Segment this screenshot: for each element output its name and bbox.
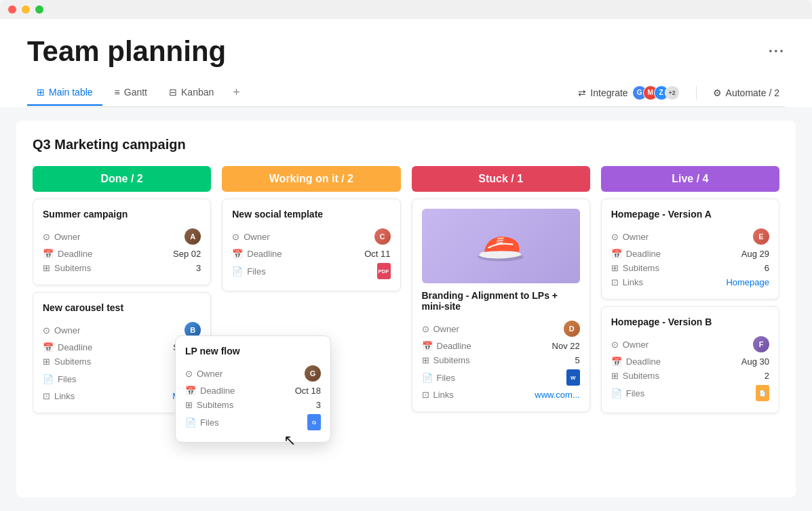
integration-icons: G M Z +2 <box>632 85 680 100</box>
card-homepage-a[interactable]: Homepage - Version A ⊙ Owner E 📅 Dead <box>601 199 779 300</box>
card-branding[interactable]: Branding - Alignment to LPs + mini-site … <box>412 199 590 412</box>
links-value[interactable]: www.com... <box>535 390 579 400</box>
calendar-icon: 📅 <box>611 249 622 259</box>
card-field-owner: ⊙ Owner D <box>422 319 580 339</box>
tab-gantt-label: Gantt <box>124 87 147 98</box>
shoe-illustration-svg <box>473 226 528 266</box>
calendar-icon: 📅 <box>422 341 433 351</box>
tab-main-table-label: Main table <box>49 87 93 98</box>
popup-field-subitems: ⊞ Subitems 3 <box>185 398 321 412</box>
person-icon: ⊙ <box>232 232 239 242</box>
board-container: Q3 Marketing campaign Done / 2 Summer ca… <box>16 121 796 497</box>
file-attachment-doc: G <box>307 414 321 430</box>
subitems-icon: ⊞ <box>43 263 50 273</box>
links-value[interactable]: Homepage <box>726 277 769 287</box>
card-field-deadline: 📅 Deadline Aug 29 <box>611 247 769 261</box>
column-live-header: Live / 4 <box>601 166 779 192</box>
subitems-label: ⊞ Subitems <box>422 355 470 365</box>
card-field-owner: ⊙ Owner F <box>611 334 769 354</box>
tab-main-table[interactable]: ⊞ Main table <box>27 80 102 106</box>
links-label: ⊡ Links <box>43 391 75 401</box>
card-field-deadline: 📅 Deadline Aug 30 <box>611 354 769 369</box>
kanban-icon: ⊟ <box>169 87 177 98</box>
card-field-subitems: ⊞ Subitems 2 <box>611 369 769 383</box>
plus2-icon: +2 <box>665 85 680 100</box>
main-content: Q3 Marketing campaign Done / 2 Summer ca… <box>0 107 812 511</box>
person-icon: ⊙ <box>611 340 619 350</box>
subitems-label: ⊞ Subitems <box>185 400 233 410</box>
columns-wrapper: Done / 2 Summer campaign ⊙ Owner A <box>33 166 779 476</box>
card-field-links: ⊡ Links www.com... <box>422 388 580 402</box>
add-tab-button[interactable]: + <box>226 79 247 106</box>
person-icon: ⊙ <box>43 232 50 242</box>
card-field-deadline: 📅 Deadline Nov 22 <box>422 339 580 353</box>
column-stuck: Stuck / 1 <box>412 166 590 476</box>
avatar: F <box>753 336 769 352</box>
minimize-button[interactable] <box>22 5 30 14</box>
automate-button[interactable]: ⚙ Automate / 2 <box>708 83 785 102</box>
card-field-owner: ⊙ Owner E <box>611 226 769 247</box>
files-label: 📄 Files <box>422 373 455 383</box>
popup-field-owner: ⊙ Owner G <box>185 363 321 384</box>
close-button[interactable] <box>8 5 16 14</box>
subitems-icon: ⊞ <box>422 355 429 365</box>
integrate-label: Integrate <box>590 87 627 98</box>
card-field-files: 📄 Files 📄 <box>611 383 769 403</box>
popup-card-lp-new-flow[interactable]: LP new flow ⊙ Owner G 📅 Deadline O <box>175 335 331 443</box>
avatar: D <box>564 321 580 337</box>
titlebar <box>0 0 812 19</box>
popup-field-deadline: 📅 Deadline Oct 18 <box>185 384 321 398</box>
deadline-value: Oct 18 <box>295 386 321 396</box>
card-field-deadline: 📅 Deadline Oct 11 <box>232 247 390 261</box>
maximize-button[interactable] <box>35 5 43 14</box>
avatar: A <box>185 228 201 245</box>
integrate-button[interactable]: ⇄ Integrate G M Z +2 <box>573 81 684 104</box>
avatar: C <box>374 228 391 245</box>
card-summer-campaign[interactable]: Summer campaign ⊙ Owner A 📅 Deadline <box>33 199 211 285</box>
tabs-right: ⇄ Integrate G M Z +2 ⚙ Automate / 2 <box>573 81 785 104</box>
card-social-title: New social template <box>232 209 390 220</box>
files-icon: 📄 <box>232 266 243 277</box>
files-label: 📄 Files <box>611 388 644 398</box>
main-table-icon: ⊞ <box>37 87 45 98</box>
card-field-files: 📄 Files W <box>422 367 580 388</box>
column-done-header: Done / 2 <box>33 166 211 192</box>
card-field-owner: ⊙ Owner A <box>43 226 201 247</box>
subitems-icon: ⊞ <box>43 356 50 367</box>
tab-kanban[interactable]: ⊟ Kanban <box>159 80 223 106</box>
card-homepage-b[interactable]: Homepage - Version B ⊙ Owner F 📅 Dead <box>601 306 779 413</box>
column-stuck-header: Stuck / 1 <box>412 166 590 192</box>
card-summer-campaign-title: Summer campaign <box>43 209 201 220</box>
deadline-label: 📅 Deadline <box>185 386 235 396</box>
subitems-icon: ⊞ <box>611 263 619 273</box>
owner-label: ⊙ Owner <box>185 369 223 379</box>
deadline-value: Sep 02 <box>173 249 201 259</box>
file-attachment-pdf: PDF <box>377 263 391 279</box>
deadline-label: 📅 Deadline <box>43 342 92 352</box>
subitems-label: ⊞ Subitems <box>611 263 659 273</box>
card-carousel-title: New carousel test <box>43 302 201 313</box>
avatar: G <box>305 365 321 382</box>
card-image-shoe <box>422 209 580 283</box>
card-field-subitems: ⊞ Subitems 5 <box>422 353 580 367</box>
deadline-value: Nov 22 <box>552 341 580 351</box>
tab-gantt[interactable]: ≡ Gantt <box>105 80 157 106</box>
subitems-icon: ⊞ <box>185 400 193 410</box>
files-icon: 📄 <box>43 374 54 384</box>
more-options-button[interactable]: ··· <box>769 43 785 60</box>
deadline-label: 📅 Deadline <box>43 249 92 259</box>
subitems-value: 3 <box>196 263 201 273</box>
calendar-icon: 📅 <box>611 356 622 367</box>
files-icon: 📄 <box>422 373 433 383</box>
card-social-template[interactable]: New social template ⊙ Owner C 📅 Deadl <box>222 199 400 291</box>
calendar-icon: 📅 <box>43 342 54 352</box>
cursor: ↖ <box>284 432 296 449</box>
file-attachment: 📄 <box>756 385 769 401</box>
header: Team planning ··· ⊞ Main table ≡ Gantt ⊟… <box>0 19 812 107</box>
calendar-icon: 📅 <box>43 249 54 259</box>
tabs-left: ⊞ Main table ≡ Gantt ⊟ Kanban + <box>27 79 247 106</box>
integrate-icon: ⇄ <box>578 87 586 98</box>
deadline-value: Aug 29 <box>741 249 769 259</box>
owner-label: ⊙ Owner <box>422 324 459 334</box>
automate-label: Automate / 2 <box>726 87 779 98</box>
